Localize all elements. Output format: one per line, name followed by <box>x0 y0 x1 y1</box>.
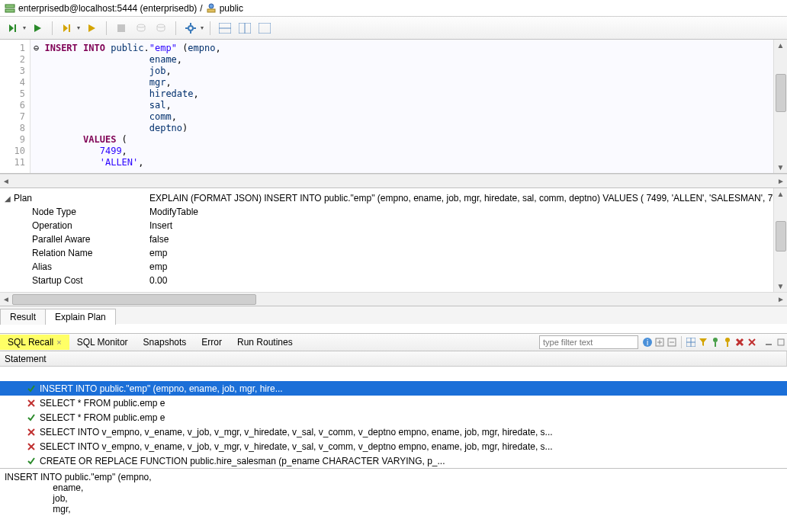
recall-row[interactable]: INSERT INTO public."emp" (empno, ename, … <box>0 381 787 396</box>
recall-row[interactable]: SELECT * FROM public.emp epublicApr 30, … <box>0 410 787 425</box>
options-button[interactable] <box>182 20 199 37</box>
step-over-button[interactable] <box>59 20 75 37</box>
separator <box>106 21 107 35</box>
success-icon <box>26 412 37 423</box>
breadcrumb: enterprisedb@localhost:5444 (enterprised… <box>0 0 787 17</box>
error-icon <box>26 441 37 452</box>
svg-point-8 <box>157 24 165 27</box>
success-icon <box>26 383 37 394</box>
dropdown-icon[interactable]: ▾ <box>77 24 80 31</box>
layout-horizontal-button[interactable] <box>217 20 233 37</box>
svg-rect-18 <box>259 23 271 34</box>
step-into-button[interactable] <box>83 20 100 37</box>
commit-button[interactable] <box>133 20 149 37</box>
error-icon <box>26 427 37 437</box>
statement-text: SELECT INTO v_empno, v_ename, v_job, v_m… <box>40 441 553 452</box>
statement-text: CREATE OR REPLACE FUNCTION public.hire_s… <box>40 456 445 466</box>
stop-button[interactable] <box>113 20 130 37</box>
svg-point-7 <box>137 24 145 27</box>
separator <box>52 21 53 35</box>
recall-root-row[interactable]: ◢enterprisedb@localhost:5444 (enterprise… <box>0 367 787 381</box>
dropdown-icon[interactable]: ▾ <box>201 24 204 31</box>
sql-editor[interactable]: 1234567891011 ⊖ INSERT INTO public."emp"… <box>0 40 787 174</box>
server-icon <box>5 3 15 14</box>
recall-row[interactable]: SELECT INTO v_empno, v_ename, v_job, v_m… <box>0 439 787 453</box>
separator <box>210 21 210 35</box>
layout-vertical-button[interactable] <box>236 20 253 37</box>
svg-rect-3 <box>207 9 215 12</box>
statement-text: INSERT INTO public."emp" (empno, ename, … <box>40 383 283 394</box>
statement-text: SELECT INTO v_empno, v_ename, v_job, v_m… <box>40 427 553 437</box>
statement-text: SELECT * FROM public.emp e <box>40 398 165 409</box>
recall-rows[interactable]: ◢enterprisedb@localhost:5444 (enterprise… <box>0 367 787 468</box>
svg-rect-5 <box>69 24 70 32</box>
statement-text: SELECT * FROM public.emp e <box>40 412 165 423</box>
breadcrumb-connection[interactable]: enterprisedb@localhost:5444 (enterprised… <box>18 3 197 14</box>
recall-row[interactable]: SELECT * FROM public.emp epublicMay 14, … <box>0 396 787 410</box>
breadcrumb-sep: / <box>200 3 202 14</box>
sql-toolbar: ▾ ▾ ▾ <box>0 17 787 40</box>
tab-explain-plan[interactable]: Explain Plan <box>45 309 116 325</box>
separator <box>175 21 176 35</box>
line-number-gutter: 1234567891011 <box>0 40 31 173</box>
svg-point-2 <box>209 4 214 8</box>
svg-rect-1 <box>5 9 14 12</box>
svg-rect-4 <box>14 24 16 32</box>
execute-button[interactable] <box>29 20 46 37</box>
rollback-button[interactable] <box>153 20 169 37</box>
recall-row[interactable]: CREATE OR REPLACE FUNCTION public.hire_s… <box>0 453 787 468</box>
sql-recall-view: Statement Schema Date▽ Count ◢enterprise… <box>0 351 787 532</box>
layout-single-button[interactable] <box>256 20 273 37</box>
recall-row[interactable]: SELECT INTO v_empno, v_ename, v_job, v_m… <box>0 425 787 439</box>
scroll-thumb[interactable] <box>776 74 786 112</box>
statement-preview: INSERT INTO public."emp" (empno, ename, … <box>0 468 787 526</box>
error-icon <box>26 398 37 409</box>
svg-rect-6 <box>117 24 125 32</box>
success-icon <box>26 456 37 466</box>
code-area[interactable]: ⊖ INSERT INTO public."emp" (empno, ename… <box>31 40 773 173</box>
svg-rect-0 <box>5 5 14 8</box>
scroll-thumb[interactable] <box>12 294 256 305</box>
horizontal-scrollbar[interactable]: ◄ ► <box>0 292 787 306</box>
schema-icon <box>206 3 217 14</box>
vertical-scrollbar[interactable]: ▲ ▼ <box>773 40 787 173</box>
execute-all-button[interactable] <box>5 20 21 37</box>
svg-point-9 <box>188 26 193 30</box>
tab-result[interactable]: Result <box>0 309 46 325</box>
dropdown-icon[interactable]: ▾ <box>23 24 26 31</box>
breadcrumb-schema[interactable]: public <box>220 3 243 14</box>
